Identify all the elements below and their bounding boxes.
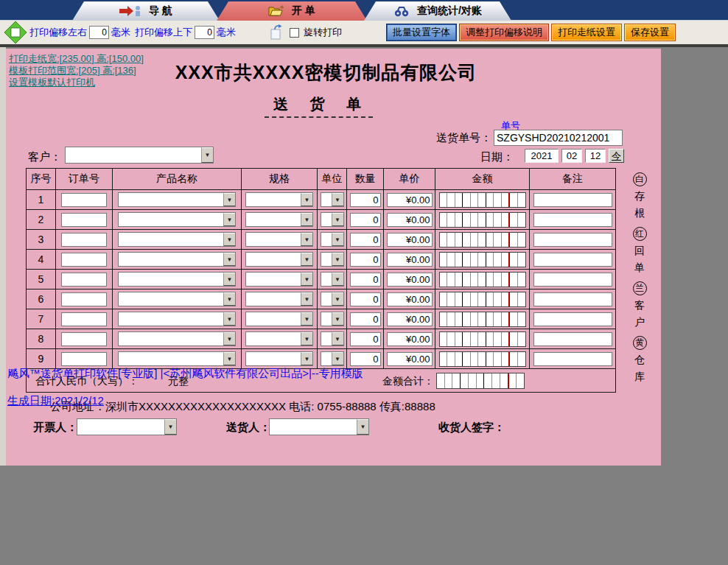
chevron-down-icon[interactable]: ▼ bbox=[223, 273, 235, 286]
price-input[interactable] bbox=[387, 273, 433, 287]
offset-lr-input[interactable] bbox=[89, 26, 109, 39]
product-select[interactable]: ▼ bbox=[118, 252, 236, 267]
price-input[interactable] bbox=[387, 193, 433, 207]
today-button[interactable]: 今 bbox=[609, 149, 624, 163]
spec-select[interactable]: ▼ bbox=[245, 232, 313, 247]
chevron-down-icon[interactable]: ▼ bbox=[357, 419, 368, 435]
chevron-down-icon[interactable]: ▼ bbox=[223, 253, 235, 266]
order-no-cell-input[interactable] bbox=[61, 273, 107, 287]
amount-digit-boxes[interactable] bbox=[439, 292, 526, 307]
qty-input[interactable] bbox=[350, 292, 381, 306]
date-month-field[interactable]: 02 bbox=[561, 149, 582, 163]
unit-select[interactable]: ▼ bbox=[321, 292, 344, 306]
unit-select[interactable]: ▼ bbox=[321, 272, 344, 287]
tab-create-order[interactable]: 开 单 bbox=[217, 1, 367, 21]
qty-input[interactable] bbox=[350, 332, 381, 346]
order-no-cell-input[interactable] bbox=[61, 332, 107, 346]
offset-ud-input[interactable] bbox=[195, 26, 214, 39]
order-no-cell-input[interactable] bbox=[61, 352, 107, 366]
spec-select[interactable]: ▼ bbox=[245, 292, 313, 306]
amount-digit-boxes[interactable] bbox=[439, 212, 526, 228]
price-input[interactable] bbox=[387, 253, 433, 267]
chevron-down-icon[interactable]: ▼ bbox=[223, 312, 235, 326]
date-day-field[interactable]: 12 bbox=[585, 149, 606, 163]
amount-digit-boxes[interactable] bbox=[439, 312, 526, 327]
order-no-cell-input[interactable] bbox=[61, 233, 107, 247]
chevron-down-icon[interactable]: ▼ bbox=[332, 233, 343, 246]
remark-input[interactable] bbox=[533, 213, 612, 227]
spec-select[interactable]: ▼ bbox=[245, 192, 313, 207]
amount-digit-boxes[interactable] bbox=[439, 252, 526, 267]
qty-input[interactable] bbox=[350, 233, 381, 247]
spec-select[interactable]: ▼ bbox=[245, 331, 313, 346]
spec-select[interactable]: ▼ bbox=[245, 351, 313, 366]
product-select[interactable]: ▼ bbox=[118, 312, 236, 326]
order-no-cell-input[interactable] bbox=[61, 193, 107, 207]
issuer-select[interactable]: ▼ bbox=[77, 418, 177, 435]
spec-select[interactable]: ▼ bbox=[245, 212, 313, 227]
remark-input[interactable] bbox=[533, 292, 612, 306]
chevron-down-icon[interactable]: ▼ bbox=[301, 213, 312, 226]
chevron-down-icon[interactable]: ▼ bbox=[164, 419, 176, 435]
amount-digit-boxes[interactable] bbox=[439, 351, 526, 367]
amount-digit-boxes[interactable] bbox=[439, 331, 526, 347]
product-select[interactable]: ▼ bbox=[118, 212, 236, 227]
qty-input[interactable] bbox=[350, 193, 381, 207]
product-select[interactable]: ▼ bbox=[118, 292, 236, 306]
generated-date-link[interactable]: 生成日期:2021/2/12 bbox=[7, 394, 104, 408]
product-select[interactable]: ▼ bbox=[118, 331, 236, 346]
batch-font-button[interactable]: 批量设置字体 bbox=[387, 24, 456, 41]
deliverer-select[interactable]: ▼ bbox=[269, 418, 369, 435]
chevron-down-icon[interactable]: ▼ bbox=[301, 292, 312, 306]
chevron-down-icon[interactable]: ▼ bbox=[301, 193, 312, 206]
price-input[interactable] bbox=[387, 332, 433, 346]
amount-digit-boxes[interactable] bbox=[439, 272, 526, 287]
unit-select[interactable]: ▼ bbox=[321, 351, 344, 366]
qty-input[interactable] bbox=[350, 213, 381, 227]
rotate-print-checkbox[interactable] bbox=[290, 28, 299, 38]
unit-select[interactable]: ▼ bbox=[321, 312, 344, 326]
order-no-cell-input[interactable] bbox=[61, 312, 107, 326]
save-settings-button[interactable]: 保存设置 bbox=[625, 24, 675, 41]
chevron-down-icon[interactable]: ▼ bbox=[332, 332, 343, 345]
amount-digit-boxes[interactable] bbox=[439, 192, 526, 208]
spec-select[interactable]: ▼ bbox=[245, 272, 313, 287]
price-input[interactable] bbox=[387, 312, 433, 326]
amount-digit-boxes[interactable] bbox=[439, 232, 526, 248]
chevron-down-icon[interactable]: ▼ bbox=[301, 253, 312, 266]
remark-input[interactable] bbox=[533, 312, 612, 326]
chevron-down-icon[interactable]: ▼ bbox=[332, 273, 343, 286]
product-select[interactable]: ▼ bbox=[118, 232, 236, 247]
unit-select[interactable]: ▼ bbox=[321, 232, 344, 247]
chevron-down-icon[interactable]: ▼ bbox=[223, 193, 235, 206]
price-input[interactable] bbox=[387, 292, 433, 306]
remark-input[interactable] bbox=[533, 193, 612, 207]
order-no-cell-input[interactable] bbox=[61, 253, 107, 267]
remark-input[interactable] bbox=[533, 332, 612, 346]
unit-select[interactable]: ▼ bbox=[321, 331, 344, 346]
price-input[interactable] bbox=[387, 233, 433, 247]
customer-select[interactable]: ▼ bbox=[65, 147, 214, 164]
remark-input[interactable] bbox=[533, 352, 612, 366]
product-select[interactable]: ▼ bbox=[118, 272, 236, 287]
order-no-cell-input[interactable] bbox=[61, 213, 107, 227]
chevron-down-icon[interactable]: ▼ bbox=[223, 332, 235, 345]
chevron-down-icon[interactable]: ▼ bbox=[332, 213, 343, 226]
unit-select[interactable]: ▼ bbox=[321, 192, 344, 207]
chevron-down-icon[interactable]: ▼ bbox=[201, 147, 213, 163]
qty-input[interactable] bbox=[350, 312, 381, 326]
chevron-down-icon[interactable]: ▼ bbox=[332, 193, 343, 206]
chevron-down-icon[interactable]: ▼ bbox=[301, 352, 312, 365]
qty-input[interactable] bbox=[350, 253, 381, 267]
remark-input[interactable] bbox=[533, 253, 612, 267]
price-input[interactable] bbox=[387, 352, 433, 366]
chevron-down-icon[interactable]: ▼ bbox=[332, 352, 343, 365]
amount-total-box[interactable] bbox=[436, 373, 525, 389]
unit-select[interactable]: ▼ bbox=[321, 212, 344, 227]
tab-navigation[interactable]: 导 航 bbox=[72, 1, 220, 21]
paper-feed-settings-button[interactable]: 打印走纸设置 bbox=[552, 24, 621, 41]
chevron-down-icon[interactable]: ▼ bbox=[332, 253, 343, 266]
chevron-down-icon[interactable]: ▼ bbox=[223, 213, 235, 226]
product-select[interactable]: ▼ bbox=[118, 351, 236, 366]
chevron-down-icon[interactable]: ▼ bbox=[332, 292, 343, 306]
